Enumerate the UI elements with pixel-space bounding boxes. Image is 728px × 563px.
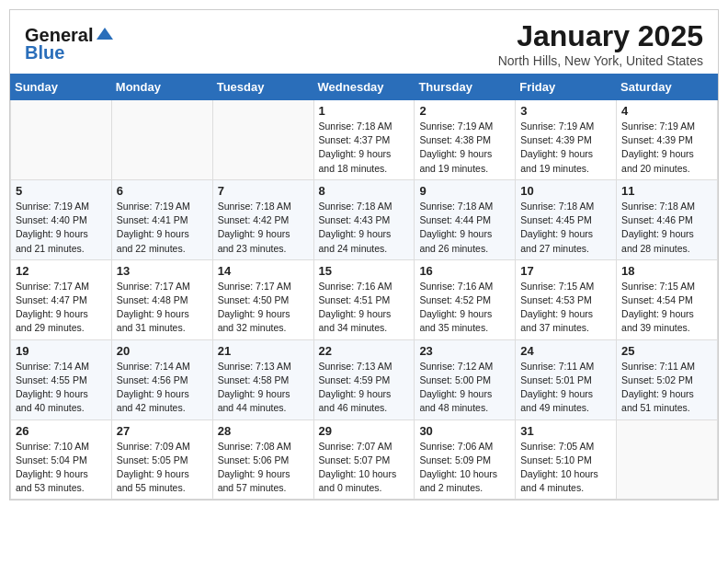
- day-info: Sunrise: 7:08 AM Sunset: 5:06 PM Dayligh…: [218, 440, 309, 496]
- day-info: Sunrise: 7:15 AM Sunset: 4:53 PM Dayligh…: [520, 280, 611, 336]
- title-block: January 2025 North Hills, New York, Unit…: [498, 19, 703, 68]
- day-info: Sunrise: 7:18 AM Sunset: 4:46 PM Dayligh…: [621, 200, 712, 256]
- day-info: Sunrise: 7:18 AM Sunset: 4:45 PM Dayligh…: [520, 200, 611, 256]
- day-info: Sunrise: 7:11 AM Sunset: 5:01 PM Dayligh…: [520, 360, 611, 416]
- day-info: Sunrise: 7:13 AM Sunset: 4:58 PM Dayligh…: [218, 360, 309, 416]
- day-info: Sunrise: 7:19 AM Sunset: 4:41 PM Dayligh…: [117, 200, 208, 256]
- day-header-monday: Monday: [111, 75, 212, 100]
- day-header-friday: Friday: [516, 75, 617, 100]
- logo-blue: Blue: [25, 42, 64, 63]
- day-header-thursday: Thursday: [415, 75, 516, 100]
- calendar-container: General Blue January 2025 North Hills, N…: [9, 9, 719, 500]
- day-number: 2: [419, 104, 510, 118]
- logo-icon: [95, 25, 115, 45]
- day-info: Sunrise: 7:19 AM Sunset: 4:39 PM Dayligh…: [621, 120, 712, 176]
- calendar-cell: 18Sunrise: 7:15 AM Sunset: 4:54 PM Dayli…: [617, 259, 718, 339]
- day-number: 8: [319, 184, 410, 198]
- day-number: 1: [319, 104, 410, 118]
- calendar-cell: 6Sunrise: 7:19 AM Sunset: 4:41 PM Daylig…: [111, 179, 212, 259]
- day-number: 24: [520, 344, 611, 358]
- calendar-cell: 25Sunrise: 7:11 AM Sunset: 5:02 PM Dayli…: [617, 339, 718, 419]
- calendar-cell: 21Sunrise: 7:13 AM Sunset: 4:58 PM Dayli…: [212, 339, 313, 419]
- header: General Blue January 2025 North Hills, N…: [10, 10, 718, 74]
- day-number: 30: [419, 424, 510, 438]
- day-number: 6: [117, 184, 208, 198]
- day-info: Sunrise: 7:11 AM Sunset: 5:02 PM Dayligh…: [621, 360, 712, 416]
- location: North Hills, New York, United States: [498, 53, 703, 68]
- day-info: Sunrise: 7:07 AM Sunset: 5:07 PM Dayligh…: [319, 440, 410, 496]
- day-number: 21: [218, 344, 309, 358]
- calendar-cell: 3Sunrise: 7:19 AM Sunset: 4:39 PM Daylig…: [516, 100, 617, 180]
- day-header-sunday: Sunday: [11, 75, 112, 100]
- calendar-week-2: 5Sunrise: 7:19 AM Sunset: 4:40 PM Daylig…: [11, 179, 718, 259]
- day-number: 23: [419, 344, 510, 358]
- calendar-week-4: 19Sunrise: 7:14 AM Sunset: 4:55 PM Dayli…: [11, 339, 718, 419]
- calendar-cell: [212, 100, 313, 180]
- calendar-cell: 26Sunrise: 7:10 AM Sunset: 5:04 PM Dayli…: [11, 419, 112, 500]
- day-number: 29: [319, 424, 410, 438]
- day-number: 11: [621, 184, 712, 198]
- day-info: Sunrise: 7:16 AM Sunset: 4:51 PM Dayligh…: [319, 280, 410, 336]
- day-info: Sunrise: 7:19 AM Sunset: 4:38 PM Dayligh…: [419, 120, 510, 176]
- calendar-cell: 5Sunrise: 7:19 AM Sunset: 4:40 PM Daylig…: [11, 179, 112, 259]
- day-number: 16: [419, 264, 510, 278]
- calendar-header-row: SundayMondayTuesdayWednesdayThursdayFrid…: [11, 75, 718, 100]
- calendar-cell: 24Sunrise: 7:11 AM Sunset: 5:01 PM Dayli…: [516, 339, 617, 419]
- day-number: 3: [520, 104, 611, 118]
- calendar-cell: 12Sunrise: 7:17 AM Sunset: 4:47 PM Dayli…: [11, 259, 112, 339]
- calendar-cell: 27Sunrise: 7:09 AM Sunset: 5:05 PM Dayli…: [111, 419, 212, 500]
- day-info: Sunrise: 7:13 AM Sunset: 4:59 PM Dayligh…: [319, 360, 410, 416]
- calendar-cell: 7Sunrise: 7:18 AM Sunset: 4:42 PM Daylig…: [212, 179, 313, 259]
- day-info: Sunrise: 7:16 AM Sunset: 4:52 PM Dayligh…: [419, 280, 510, 336]
- calendar-cell: 17Sunrise: 7:15 AM Sunset: 4:53 PM Dayli…: [516, 259, 617, 339]
- day-number: 12: [16, 264, 107, 278]
- day-number: 7: [218, 184, 309, 198]
- calendar-cell: 31Sunrise: 7:05 AM Sunset: 5:10 PM Dayli…: [516, 419, 617, 500]
- month-title: January 2025: [498, 19, 703, 53]
- day-number: 17: [520, 264, 611, 278]
- calendar-cell: 15Sunrise: 7:16 AM Sunset: 4:51 PM Dayli…: [313, 259, 415, 339]
- day-info: Sunrise: 7:17 AM Sunset: 4:47 PM Dayligh…: [16, 280, 107, 336]
- day-number: 27: [117, 424, 208, 438]
- calendar-cell: 1Sunrise: 7:18 AM Sunset: 4:37 PM Daylig…: [313, 100, 415, 180]
- day-info: Sunrise: 7:17 AM Sunset: 4:50 PM Dayligh…: [218, 280, 309, 336]
- day-info: Sunrise: 7:18 AM Sunset: 4:37 PM Dayligh…: [319, 120, 410, 176]
- day-number: 31: [520, 424, 611, 438]
- day-number: 5: [16, 184, 107, 198]
- day-info: Sunrise: 7:14 AM Sunset: 4:55 PM Dayligh…: [16, 360, 107, 416]
- calendar-cell: 23Sunrise: 7:12 AM Sunset: 5:00 PM Dayli…: [415, 339, 516, 419]
- calendar-cell: [617, 419, 718, 500]
- day-header-wednesday: Wednesday: [313, 75, 415, 100]
- day-info: Sunrise: 7:06 AM Sunset: 5:09 PM Dayligh…: [419, 440, 510, 496]
- day-number: 18: [621, 264, 712, 278]
- calendar-cell: 28Sunrise: 7:08 AM Sunset: 5:06 PM Dayli…: [212, 419, 313, 500]
- calendar-week-1: 1Sunrise: 7:18 AM Sunset: 4:37 PM Daylig…: [11, 100, 718, 180]
- day-info: Sunrise: 7:17 AM Sunset: 4:48 PM Dayligh…: [117, 280, 208, 336]
- day-number: 4: [621, 104, 712, 118]
- day-header-tuesday: Tuesday: [212, 75, 313, 100]
- day-info: Sunrise: 7:18 AM Sunset: 4:43 PM Dayligh…: [319, 200, 410, 256]
- day-number: 20: [117, 344, 208, 358]
- day-number: 13: [117, 264, 208, 278]
- calendar-cell: 13Sunrise: 7:17 AM Sunset: 4:48 PM Dayli…: [111, 259, 212, 339]
- day-number: 22: [319, 344, 410, 358]
- calendar-table: SundayMondayTuesdayWednesdayThursdayFrid…: [10, 74, 718, 500]
- calendar-cell: 29Sunrise: 7:07 AM Sunset: 5:07 PM Dayli…: [313, 419, 415, 500]
- day-info: Sunrise: 7:18 AM Sunset: 4:42 PM Dayligh…: [218, 200, 309, 256]
- day-info: Sunrise: 7:12 AM Sunset: 5:00 PM Dayligh…: [419, 360, 510, 416]
- calendar-cell: 16Sunrise: 7:16 AM Sunset: 4:52 PM Dayli…: [415, 259, 516, 339]
- day-number: 9: [419, 184, 510, 198]
- svg-marker-0: [97, 28, 113, 40]
- day-number: 26: [16, 424, 107, 438]
- calendar-cell: 10Sunrise: 7:18 AM Sunset: 4:45 PM Dayli…: [516, 179, 617, 259]
- calendar-cell: 14Sunrise: 7:17 AM Sunset: 4:50 PM Dayli…: [212, 259, 313, 339]
- day-number: 14: [218, 264, 309, 278]
- calendar-cell: 11Sunrise: 7:18 AM Sunset: 4:46 PM Dayli…: [617, 179, 718, 259]
- calendar-week-3: 12Sunrise: 7:17 AM Sunset: 4:47 PM Dayli…: [11, 259, 718, 339]
- day-number: 19: [16, 344, 107, 358]
- calendar-cell: 4Sunrise: 7:19 AM Sunset: 4:39 PM Daylig…: [617, 100, 718, 180]
- logo: General Blue: [25, 25, 115, 63]
- day-number: 10: [520, 184, 611, 198]
- day-info: Sunrise: 7:18 AM Sunset: 4:44 PM Dayligh…: [419, 200, 510, 256]
- day-info: Sunrise: 7:10 AM Sunset: 5:04 PM Dayligh…: [16, 440, 107, 496]
